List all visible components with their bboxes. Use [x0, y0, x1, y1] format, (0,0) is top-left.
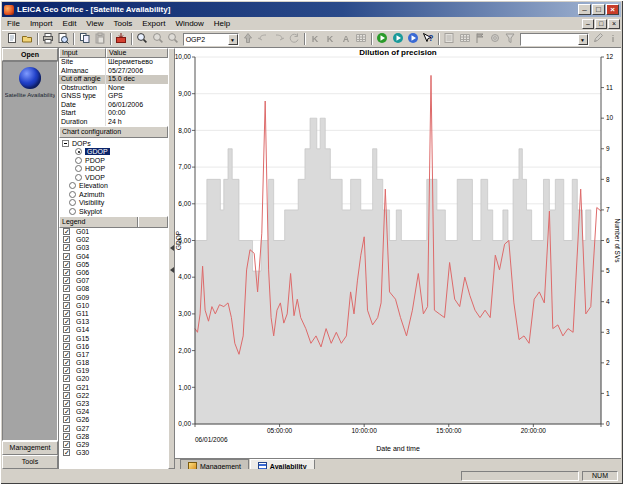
checkbox-checked-icon[interactable]: ✓ [63, 277, 70, 284]
legend-item[interactable]: ✓G02 [59, 236, 168, 244]
chevron-down-icon[interactable]: ▼ [228, 34, 238, 45]
checkbox-checked-icon[interactable]: ✓ [63, 441, 70, 448]
input-row[interactable]: GNSS typeGPS [59, 92, 168, 101]
legend-item[interactable]: ✓G04 [59, 252, 168, 260]
legend-item[interactable]: ✓G01 [59, 228, 168, 236]
legend-item[interactable]: ✓G30 [59, 449, 168, 457]
checkbox-checked-icon[interactable]: ✓ [63, 236, 70, 243]
checkbox-checked-icon[interactable]: ✓ [63, 269, 70, 276]
input-row[interactable]: SiteШереметьево [59, 58, 168, 67]
menu-export[interactable]: Export [137, 18, 170, 29]
legend-item[interactable]: ✓G22 [59, 391, 168, 399]
radio-skyplot[interactable] [69, 208, 76, 215]
checkbox-checked-icon[interactable]: ✓ [63, 285, 70, 292]
legend-item[interactable]: ✓G07 [59, 277, 168, 285]
legend-item[interactable]: ✓G05 [59, 260, 168, 268]
checkbox-checked-icon[interactable]: ✓ [63, 326, 70, 333]
legend-item[interactable]: ✓G09 [59, 293, 168, 301]
tree-option-skyplot[interactable]: Skyplot [59, 207, 168, 216]
child-minimize-button[interactable]: – [582, 19, 594, 29]
checkbox-checked-icon[interactable]: ✓ [63, 449, 70, 456]
panel-splitter[interactable] [168, 48, 175, 469]
open-button[interactable] [19, 32, 34, 47]
menu-edit[interactable]: Edit [58, 18, 82, 29]
checkbox-checked-icon[interactable]: ✓ [63, 302, 70, 309]
legend-item[interactable]: ✓G28 [59, 432, 168, 440]
legend-item[interactable]: ✓G16 [59, 342, 168, 350]
legend-item[interactable]: ✓G21 [59, 383, 168, 391]
input-row[interactable]: Date06/01/2006 [59, 101, 168, 110]
document-label[interactable]: Satellite Availability [5, 92, 56, 98]
radio-hdop[interactable] [75, 165, 82, 172]
checkbox-checked-icon[interactable]: ✓ [63, 335, 70, 342]
tree-option-elevation[interactable]: Elevation [59, 182, 168, 191]
tree-option-hdop[interactable]: HDOP [59, 165, 168, 174]
point-id-combo[interactable]: ▼ [520, 33, 588, 46]
legend-item[interactable]: ✓G24 [59, 408, 168, 416]
tree-option-gdop[interactable]: GDOP [59, 148, 168, 157]
input-column-header[interactable]: Input [59, 48, 106, 58]
tree-option-azimuth[interactable]: Azimuth [59, 190, 168, 199]
restore-button[interactable]: □ [592, 4, 605, 15]
input-row[interactable]: Duration24 h [59, 118, 168, 127]
legend-item[interactable]: ✓G23 [59, 399, 168, 407]
collapse-left-icon[interactable] [170, 245, 174, 251]
radio-gdop[interactable] [75, 148, 82, 155]
checkbox-checked-icon[interactable]: ✓ [63, 425, 70, 432]
legend-item[interactable]: ✓G17 [59, 350, 168, 358]
legend-item[interactable]: ✓G19 [59, 367, 168, 375]
run-all-button[interactable] [405, 32, 420, 47]
input-row[interactable]: Almanac05/27/2006 [59, 67, 168, 76]
child-restore-button[interactable]: □ [595, 19, 607, 29]
import-data-button[interactable] [114, 32, 129, 47]
copy-button[interactable] [77, 32, 92, 47]
checkbox-checked-icon[interactable]: ✓ [63, 253, 70, 260]
radio-visibility[interactable] [69, 199, 76, 206]
value-column-header[interactable]: Value [106, 48, 168, 58]
menu-window[interactable]: Window [170, 18, 208, 29]
checkbox-checked-icon[interactable]: ✓ [63, 343, 70, 350]
checkbox-checked-icon[interactable]: ✓ [63, 408, 70, 415]
legend-item[interactable]: ✓G20 [59, 375, 168, 383]
legend-item[interactable]: ✓G08 [59, 285, 168, 293]
checkbox-checked-icon[interactable]: ✓ [63, 433, 70, 440]
print-preview-button[interactable] [56, 32, 71, 47]
radio-vdop[interactable] [75, 174, 82, 181]
menu-view[interactable]: View [81, 18, 108, 29]
input-row[interactable]: ObstructionNone [59, 84, 168, 93]
legend-item[interactable]: ✓G27 [59, 424, 168, 432]
titlebar[interactable]: LEICA Geo Office - [Satellite Availabili… [2, 2, 621, 17]
checkbox-checked-icon[interactable]: ✓ [63, 351, 70, 358]
menu-help[interactable]: Help [209, 18, 235, 29]
checkbox-checked-icon[interactable]: ✓ [63, 244, 70, 251]
checkbox-checked-icon[interactable]: ✓ [63, 359, 70, 366]
checkbox-checked-icon[interactable]: ✓ [63, 416, 70, 423]
legend-item[interactable]: ✓G18 [59, 359, 168, 367]
input-row[interactable]: Cut off angle15.0 dec [59, 75, 168, 84]
legend-item[interactable]: ✓G15 [59, 334, 168, 342]
minimize-button[interactable]: – [578, 4, 591, 15]
collapse-icon[interactable] [62, 140, 69, 147]
legend-item[interactable]: ✓G14 [59, 326, 168, 334]
tree-option-visibility[interactable]: Visibility [59, 199, 168, 208]
checkbox-checked-icon[interactable]: ✓ [63, 400, 70, 407]
coord-system-combo[interactable]: OGP2▼ [183, 33, 239, 46]
collapse-left-icon[interactable] [170, 267, 174, 273]
legend-item[interactable]: ✓G06 [59, 268, 168, 276]
zoom-button[interactable] [135, 32, 150, 47]
checkbox-checked-icon[interactable]: ✓ [63, 375, 70, 382]
run-gps-button[interactable] [375, 32, 390, 47]
checkbox-checked-icon[interactable]: ✓ [63, 310, 70, 317]
close-button[interactable]: × [606, 4, 619, 15]
checkbox-checked-icon[interactable]: ✓ [63, 261, 70, 268]
legend-item[interactable]: ✓G10 [59, 301, 168, 309]
checkbox-checked-icon[interactable]: ✓ [63, 367, 70, 374]
checkbox-checked-icon[interactable]: ✓ [63, 318, 70, 325]
radio-pdop[interactable] [75, 157, 82, 164]
checkbox-checked-icon[interactable]: ✓ [63, 384, 70, 391]
run-glonass-button[interactable] [390, 32, 405, 47]
input-row[interactable]: Start00:00 [59, 109, 168, 118]
checkbox-checked-icon[interactable]: ✓ [63, 392, 70, 399]
checkbox-checked-icon[interactable]: ✓ [63, 228, 70, 235]
menu-tools[interactable]: Tools [109, 18, 138, 29]
